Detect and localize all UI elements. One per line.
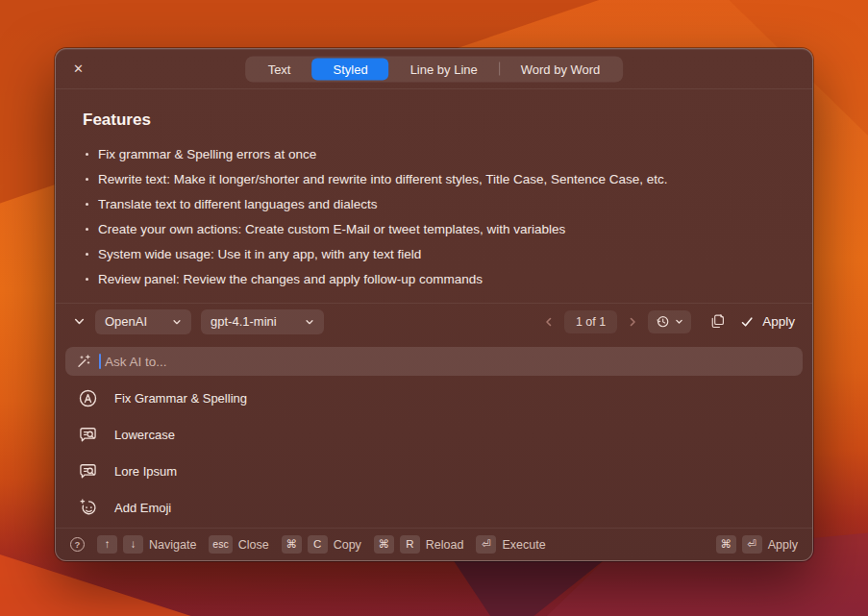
close-icon[interactable]: ✕ [73, 62, 84, 75]
text-bubble-search-icon [78, 425, 98, 445]
apply-button[interactable]: Apply [740, 314, 795, 329]
panel-header: ✕ Text Styled Line by Line Word by Word [56, 49, 812, 89]
chevron-down-icon [172, 317, 182, 327]
provider-dropdown[interactable]: OpenAI [95, 309, 191, 334]
emoji-sparkle-icon [78, 498, 98, 518]
history-clock-icon [656, 314, 670, 329]
shortcut-copy: ⌘ C Copy [282, 535, 361, 554]
action-label: Lowercase [114, 428, 175, 442]
key-c: C [308, 535, 328, 554]
tab-text[interactable]: Text [247, 58, 312, 80]
feature-item: System wide usage: Use it in any app, wi… [83, 241, 785, 266]
copy-pages-icon[interactable] [708, 313, 725, 330]
features-section: Features Fix grammar & Spelling errors a… [56, 89, 812, 303]
key-cmd: ⌘ [374, 535, 394, 554]
features-title: Features [83, 111, 785, 130]
history-dropdown[interactable] [648, 310, 691, 333]
tab-line-by-line[interactable]: Line by Line [389, 58, 499, 80]
page-indicator: 1 of 1 [564, 310, 617, 333]
text-bubble-search-icon [78, 461, 98, 481]
prompt-row: Ask AI to... [65, 347, 803, 376]
key-arrow-down: ↓ [123, 535, 143, 554]
shortcut-label: Close [238, 538, 269, 552]
action-lore-ipsum[interactable]: Lore Ipsum [65, 453, 803, 489]
tab-styled[interactable]: Styled [311, 58, 388, 80]
shortcut-label: Apply [768, 538, 798, 552]
action-label: Fix Grammar & Spelling [114, 391, 247, 406]
action-label: Add Emoji [114, 501, 171, 515]
model-dropdown-value: gpt-4.1-mini [211, 314, 277, 329]
screen: { "window": { "close_icon": "✕" }, "tabs… [0, 0, 868, 616]
action-fix-grammar[interactable]: Fix Grammar & Spelling [65, 380, 803, 416]
collapse-chevron-icon[interactable] [73, 315, 86, 328]
key-return: ⏎ [476, 535, 496, 554]
provider-dropdown-value: OpenAI [105, 314, 147, 329]
shortcut-reload: ⌘ R Reload [374, 535, 464, 554]
chevron-right-icon[interactable] [627, 316, 638, 328]
tab-word-by-word[interactable]: Word by Word [500, 58, 622, 80]
features-list: Fix grammar & Spelling errors at once Re… [83, 141, 785, 291]
help-icon[interactable]: ? [70, 537, 85, 552]
checkmark-icon [740, 315, 754, 329]
apply-button-label: Apply [762, 314, 795, 329]
ask-ai-placeholder: Ask AI to... [105, 355, 167, 369]
feature-item: Fix grammar & Spelling errors at once [83, 141, 785, 166]
status-bar: ? ↑ ↓ Navigate esc Close ⌘ C Copy ⌘ R Re… [56, 528, 812, 560]
chevron-down-icon [675, 317, 683, 326]
shortcut-navigate: ↑ ↓ Navigate [97, 535, 196, 554]
shortcut-apply: ⌘ ⏎ Apply [716, 535, 798, 554]
shortcut-label: Copy [334, 538, 361, 552]
action-label: Lore Ipsum [114, 464, 177, 479]
feature-item: Create your own actions: Create custom E… [83, 216, 785, 241]
shortcut-label: Navigate [149, 538, 196, 552]
text-caret [99, 354, 101, 369]
chevron-down-icon [305, 317, 314, 327]
shortcut-execute: ⏎ Execute [476, 535, 545, 554]
key-arrow-up: ↑ [97, 535, 117, 554]
model-toolbar: OpenAI gpt-4.1-mini 1 of 1 [56, 303, 812, 339]
assistant-panel: ✕ Text Styled Line by Line Word by Word … [55, 48, 813, 561]
key-cmd: ⌘ [282, 535, 302, 554]
model-dropdown[interactable]: gpt-4.1-mini [201, 309, 324, 334]
shortcut-label: Reload [426, 538, 464, 552]
view-mode-tabs: Text Styled Line by Line Word by Word [245, 56, 624, 82]
ask-ai-input[interactable]: Ask AI to... [65, 347, 803, 376]
key-r: R [400, 535, 420, 554]
feature-item: Review panel: Review the changes and app… [83, 266, 785, 291]
feature-item: Translate text to different languages an… [83, 191, 785, 216]
shortcut-close: esc Close [209, 535, 268, 554]
key-esc: esc [209, 535, 232, 554]
key-cmd: ⌘ [716, 535, 736, 554]
key-return: ⏎ [742, 535, 762, 554]
chevron-left-icon[interactable] [543, 316, 555, 328]
feature-item: Rewrite text: Make it longer/shorter and… [83, 166, 785, 191]
action-add-emoji[interactable]: Add Emoji [65, 489, 803, 526]
action-list: Fix Grammar & Spelling Lowercase [56, 378, 812, 528]
spellcheck-circle-icon [78, 388, 98, 408]
shortcut-label: Execute [502, 538, 545, 552]
magic-wand-icon [76, 354, 91, 369]
action-lowercase[interactable]: Lowercase [65, 416, 803, 453]
